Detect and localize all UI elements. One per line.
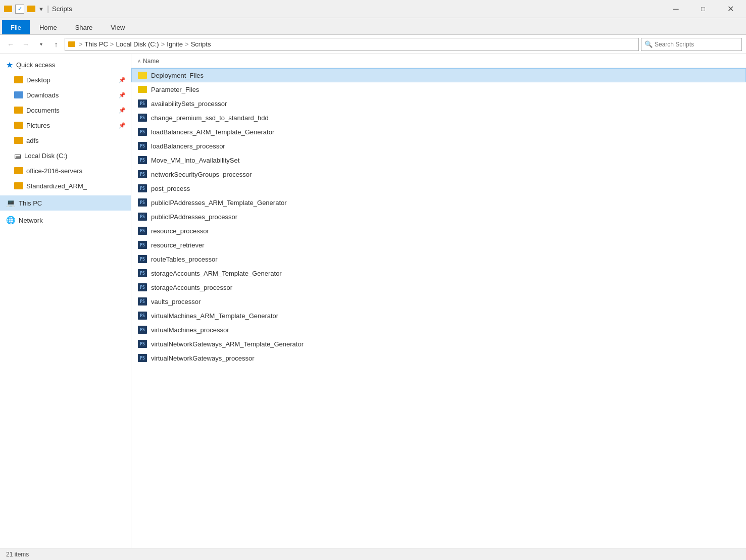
sidebar-item-localdisk[interactable]: 🖴 Local Disk (C:)	[0, 148, 131, 163]
sidebar-adfs-label: adfs	[26, 137, 39, 144]
sidebar-localdisk-label: Local Disk (C:)	[24, 152, 67, 160]
file-name: virtualMachines_ARM_Template_Generator	[151, 312, 278, 320]
path-localdisk[interactable]: Local Disk (C:)	[116, 40, 159, 48]
ps-file-icon: PS	[138, 156, 147, 164]
titlebar-folder-icon	[4, 6, 12, 12]
path-scripts[interactable]: Scripts	[191, 40, 211, 48]
recent-locations-button[interactable]: ▾	[34, 38, 47, 51]
list-item[interactable]: PS storageAccounts_ARM_Template_Generato…	[131, 266, 746, 280]
tab-view[interactable]: View	[102, 20, 133, 34]
file-name: virtualNetworkGateways_ARM_Template_Gene…	[151, 340, 304, 348]
titlebar-check-icon: ✓	[15, 5, 24, 14]
tab-home[interactable]: Home	[31, 20, 66, 34]
ps-file-icon: PS	[138, 170, 147, 178]
drive-icon: 🖴	[14, 151, 21, 160]
ps-file-icon: PS	[138, 241, 147, 249]
sidebar-thispc-label: This PC	[19, 199, 42, 207]
sidebar-desktop-label: Desktop	[26, 76, 51, 84]
forward-button[interactable]: →	[19, 38, 32, 51]
sidebar-quickaccess-label: Quick access	[16, 61, 55, 69]
list-item[interactable]: PS vaults_processor	[131, 294, 746, 309]
title-bar: ✓ ▼ | Scripts ─ □ ✕	[0, 0, 746, 18]
list-item[interactable]: PS change_premium_ssd_to_standard_hdd	[131, 111, 746, 125]
maximize-button[interactable]: □	[691, 2, 715, 16]
ps-file-icon: PS	[138, 326, 147, 334]
column-name-header[interactable]: Name	[143, 58, 740, 65]
address-bar: ← → ▾ ↑ > This PC > Local Disk (C:) > Ig…	[0, 35, 746, 54]
list-item[interactable]: PS loadBalancers_ARM_Template_Generator	[131, 125, 746, 139]
back-button[interactable]: ←	[4, 38, 17, 51]
sidebar: ★ Quick access Desktop 📌 Downloads 📌 Doc…	[0, 54, 131, 548]
list-item[interactable]: PS virtualNetworkGateways_ARM_Template_G…	[131, 337, 746, 351]
file-name: availabilitySets_processor	[151, 100, 227, 108]
list-item[interactable]: PS resource_processor	[131, 224, 746, 238]
file-name: Parameter_Files	[151, 86, 199, 93]
sidebar-item-office[interactable]: office-2016-servers	[0, 163, 131, 178]
file-name: networkSecurityGroups_processor	[151, 171, 252, 178]
list-item[interactable]: PS virtualNetworkGateways_processor	[131, 351, 746, 365]
sidebar-item-adfs[interactable]: adfs	[0, 133, 131, 148]
file-name: Deployment_Files	[151, 72, 204, 79]
sidebar-section-thispc: 💻 This PC	[0, 194, 131, 212]
list-item[interactable]: PS loadBalancers_processor	[131, 139, 746, 153]
list-item[interactable]: PS Move_VM_Into_AvailabilitySet	[131, 153, 746, 167]
file-name: publicIPAddresses_ARM_Template_Generator	[151, 199, 287, 207]
list-item[interactable]: PS virtualMachines_processor	[131, 323, 746, 337]
network-icon: 🌐	[6, 216, 16, 225]
list-item[interactable]: PS publicIPAddresses_ARM_Template_Genera…	[131, 195, 746, 210]
minimize-button[interactable]: ─	[664, 2, 687, 16]
sidebar-quickaccess-header[interactable]: ★ Quick access	[0, 57, 131, 72]
file-name: loadBalancers_processor	[151, 142, 225, 150]
tab-share[interactable]: Share	[67, 20, 102, 34]
list-item[interactable]: PS storageAccounts_processor	[131, 280, 746, 294]
search-input[interactable]	[655, 41, 738, 48]
ps-file-icon: PS	[138, 198, 147, 207]
file-name: post_process	[151, 185, 190, 192]
titlebar-folder2-icon	[27, 6, 35, 12]
list-item[interactable]: PS routeTables_processor	[131, 252, 746, 266]
list-item[interactable]: PS resource_retriever	[131, 238, 746, 252]
ps-file-icon: PS	[138, 142, 147, 150]
list-item[interactable]: PS post_process	[131, 181, 746, 195]
folder-icon	[14, 107, 23, 114]
path-folder-icon	[68, 41, 75, 47]
sidebar-item-documents[interactable]: Documents 📌	[0, 103, 131, 118]
close-button[interactable]: ✕	[719, 2, 742, 16]
sidebar-item-standardized[interactable]: Standardized_ARM_	[0, 178, 131, 193]
file-list: Deployment_Files Parameter_Files PS avai…	[131, 68, 746, 365]
address-path[interactable]: > This PC > Local Disk (C:) > Ignite > S…	[65, 38, 639, 51]
folder-icon	[14, 182, 23, 189]
path-thispc[interactable]: This PC	[85, 40, 108, 48]
folder-icon	[138, 86, 147, 93]
folder-icon	[14, 91, 23, 98]
sidebar-network-header[interactable]: 🌐 Network	[0, 213, 131, 228]
list-item[interactable]: PS virtualMachines_ARM_Template_Generato…	[131, 309, 746, 323]
folder-open-icon	[138, 72, 147, 79]
ps-file-icon: PS	[138, 283, 147, 291]
list-item[interactable]: PS networkSecurityGroups_processor	[131, 167, 746, 181]
ps-file-icon: PS	[138, 128, 147, 136]
status-bar: 21 items	[0, 548, 746, 560]
list-item[interactable]: PS publicIPAddresses_processor	[131, 210, 746, 224]
sidebar-downloads-label: Downloads	[26, 91, 59, 99]
folder-icon	[14, 137, 23, 144]
list-item[interactable]: Deployment_Files	[131, 68, 746, 82]
ps-file-icon: PS	[138, 297, 147, 306]
titlebar-arrow-icon: ▼	[38, 6, 44, 12]
list-item[interactable]: PS availabilitySets_processor	[131, 96, 746, 111]
window-title: Scripts	[52, 5, 72, 13]
sidebar-thispc-header[interactable]: 💻 This PC	[0, 195, 131, 211]
up-button[interactable]: ↑	[49, 38, 63, 51]
file-name: resource_retriever	[151, 241, 205, 249]
file-name: Move_VM_Into_AvailabilitySet	[151, 157, 239, 164]
sidebar-item-desktop[interactable]: Desktop 📌	[0, 72, 131, 87]
sidebar-item-downloads[interactable]: Downloads 📌	[0, 87, 131, 103]
list-item[interactable]: Parameter_Files	[131, 82, 746, 96]
folder-icon	[14, 76, 23, 83]
sidebar-office-label: office-2016-servers	[26, 167, 82, 175]
file-name: storageAccounts_ARM_Template_Generator	[151, 270, 282, 277]
tab-file[interactable]: File	[2, 20, 30, 34]
path-ignite[interactable]: Ignite	[167, 40, 183, 48]
sidebar-item-pictures[interactable]: Pictures 📌	[0, 118, 131, 133]
ribbon-tabs: File Home Share View	[0, 18, 746, 34]
